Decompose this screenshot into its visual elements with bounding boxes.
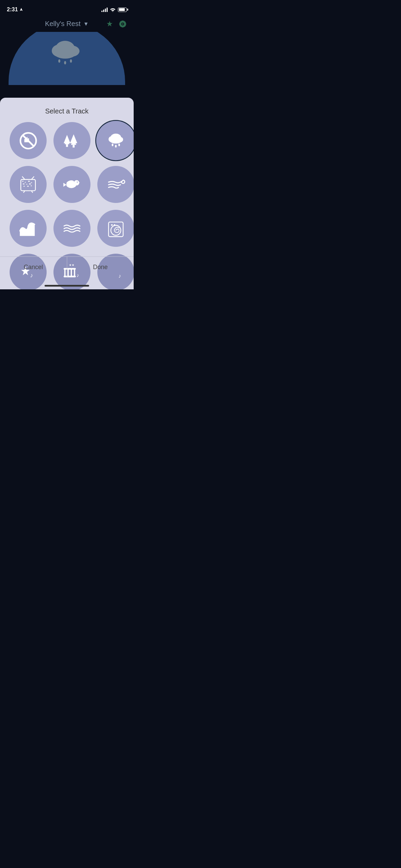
- white-noise-icon: [18, 175, 38, 194]
- svg-point-22: [115, 145, 117, 147]
- svg-rect-32: [26, 184, 27, 185]
- svg-point-5: [64, 61, 66, 64]
- svg-rect-35: [27, 185, 29, 186]
- svg-rect-34: [23, 185, 25, 186]
- no-sound-icon: [19, 131, 38, 150]
- track-circle-wind: [97, 166, 134, 203]
- home-indicator: [45, 285, 89, 287]
- track-wind[interactable]: [97, 166, 134, 203]
- svg-point-44: [77, 181, 78, 182]
- svg-line-25: [22, 176, 25, 179]
- water-icon: [62, 219, 82, 238]
- status-time: 2:31: [7, 7, 23, 13]
- track-selection-sheet: Select a Track: [0, 98, 134, 289]
- cancel-button[interactable]: Cancel: [0, 257, 67, 278]
- svg-rect-33: [29, 183, 31, 184]
- header-actions: ★: [106, 20, 127, 28]
- cloud-visual-area: [0, 32, 134, 85]
- wifi-icon: [110, 7, 116, 12]
- track-water[interactable]: [53, 210, 90, 247]
- settings-icon[interactable]: [119, 20, 127, 28]
- rain-icon: [106, 131, 126, 150]
- svg-rect-27: [22, 181, 24, 182]
- svg-marker-41: [63, 183, 66, 187]
- svg-rect-30: [31, 182, 32, 183]
- svg-point-21: [112, 143, 113, 146]
- app-title: Kelly's Rest: [45, 20, 81, 28]
- track-forest[interactable]: [53, 122, 90, 159]
- svg-point-46: [111, 224, 113, 226]
- track-circle-ocean: [10, 210, 47, 247]
- wind-icon: [106, 175, 126, 194]
- track-rain[interactable]: [97, 122, 134, 159]
- sheet-title: Select a Track: [0, 98, 134, 122]
- svg-point-20: [110, 137, 122, 143]
- svg-rect-31: [23, 183, 25, 184]
- header-title-area[interactable]: Kelly's Rest ▼: [45, 20, 89, 28]
- dryer-icon: [106, 219, 126, 238]
- svg-line-26: [32, 176, 34, 179]
- track-circle-no-sound: [10, 122, 47, 159]
- status-bar: 2:31: [0, 0, 134, 17]
- favorite-icon[interactable]: ★: [106, 20, 113, 28]
- track-circle-dryer: [97, 210, 134, 247]
- header: Kelly's Rest ▼ ★: [0, 17, 134, 32]
- track-dryer[interactable]: [97, 210, 134, 247]
- svg-rect-16: [73, 145, 75, 147]
- main-cloud-icon: [46, 35, 87, 73]
- track-circle-nature: [53, 166, 90, 203]
- forest-icon: [62, 131, 82, 150]
- track-no-sound[interactable]: [10, 122, 47, 159]
- track-ocean-wave[interactable]: [10, 210, 47, 247]
- blue-semicircle: [9, 32, 125, 85]
- time-display: 2:31: [7, 7, 18, 13]
- svg-rect-28: [25, 182, 26, 183]
- done-button[interactable]: Done: [67, 257, 134, 278]
- svg-rect-36: [31, 185, 32, 186]
- svg-rect-15: [66, 144, 68, 147]
- rain-cloud-large-svg: [46, 35, 87, 70]
- svg-point-4: [58, 59, 60, 63]
- battery-icon: [118, 8, 127, 12]
- svg-point-3: [54, 48, 76, 59]
- track-white-noise[interactable]: [10, 166, 47, 203]
- track-circle-white-noise: [10, 166, 47, 203]
- bird-icon: [62, 175, 82, 194]
- svg-point-23: [118, 143, 120, 146]
- bottom-buttons: Cancel Done: [0, 256, 134, 278]
- track-circle-water: [53, 210, 90, 247]
- location-arrow-icon: [19, 8, 23, 12]
- track-nature[interactable]: [53, 166, 90, 203]
- track-circle-forest: [53, 122, 90, 159]
- dropdown-chevron-icon[interactable]: ▼: [83, 21, 89, 27]
- signal-icon: [101, 7, 108, 12]
- wave-icon: [18, 219, 38, 238]
- svg-point-6: [70, 59, 72, 63]
- track-circle-rain: [97, 122, 134, 159]
- svg-point-40: [74, 180, 79, 185]
- status-icons: [101, 7, 127, 12]
- svg-rect-29: [28, 181, 30, 182]
